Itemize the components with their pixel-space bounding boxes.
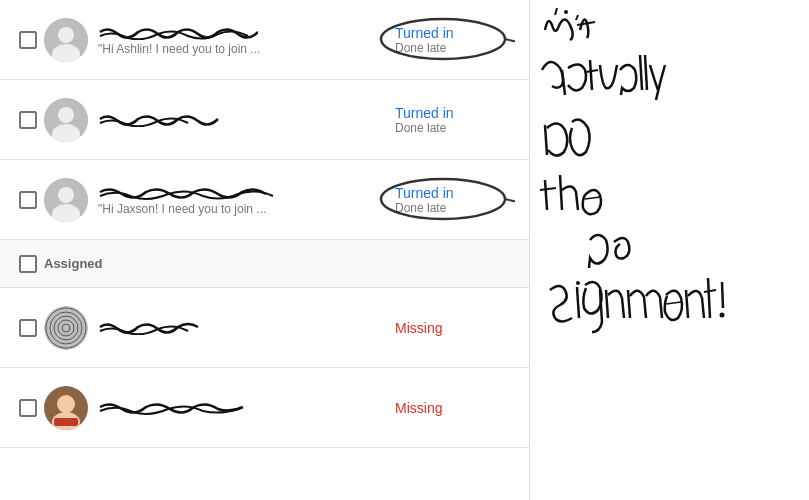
- status-area-m1: Missing: [387, 320, 517, 336]
- annotation-section: [530, 0, 809, 500]
- name-scribble-m1: [98, 319, 238, 335]
- assigned-label: Assigned: [44, 256, 103, 271]
- svg-line-13: [505, 199, 515, 205]
- status-done-late-3: Done late: [395, 201, 446, 215]
- avatar-3: [44, 178, 88, 222]
- checkbox-area-m1: [12, 319, 44, 337]
- student-info-m2: [98, 399, 387, 417]
- avatar-missing-2: [44, 386, 88, 430]
- status-missing-1: Missing: [395, 320, 442, 336]
- name-scribble-2: [98, 111, 258, 127]
- checkbox-area-2: [12, 111, 44, 129]
- handwriting-svg: [530, 0, 809, 500]
- avatar-2: [44, 98, 88, 142]
- checkbox-area-1: [12, 31, 44, 49]
- status-turned-in-2: Turned in: [395, 105, 454, 121]
- svg-line-4: [505, 39, 515, 45]
- avatar-pattern-svg: [44, 306, 88, 350]
- svg-point-25: [564, 10, 568, 14]
- avatar-photo-svg: [44, 386, 88, 430]
- svg-rect-24: [54, 418, 78, 426]
- status-done-late-1: Done late: [395, 41, 446, 55]
- checkbox-area-3: [12, 191, 44, 209]
- svg-point-1: [58, 27, 74, 43]
- status-missing-2: Missing: [395, 400, 442, 416]
- checkbox-m1[interactable]: [19, 319, 37, 337]
- student-row-3: "Hi Jaxson! I need you to join ... Turne…: [0, 160, 529, 240]
- status-area-m2: Missing: [387, 400, 517, 416]
- avatar-1: [44, 18, 88, 62]
- assigned-header-row: Assigned: [0, 240, 529, 288]
- student-preview-3: "Hi Jaxson! I need you to join ...: [98, 202, 387, 216]
- student-info-2: [98, 111, 387, 129]
- status-done-late-2: Done late: [395, 121, 446, 135]
- status-turned-in-1: Turned in: [395, 25, 454, 41]
- student-info-3: "Hi Jaxson! I need you to join ...: [98, 184, 387, 216]
- checkbox-m2[interactable]: [19, 399, 37, 417]
- name-scribble-3: [98, 184, 278, 200]
- name-scribble-1: [98, 24, 258, 40]
- svg-point-7: [58, 107, 74, 123]
- svg-point-22: [57, 395, 75, 413]
- checkbox-2[interactable]: [19, 111, 37, 129]
- svg-point-15: [44, 306, 88, 350]
- status-turned-in-3: Turned in: [395, 185, 454, 201]
- student-info-1: "Hi Ashlin! I need you to join ...: [98, 24, 387, 56]
- main-container: "Hi Ashlin! I need you to join ... Turne…: [0, 0, 809, 500]
- svg-point-10: [58, 187, 74, 203]
- checkbox-area-m2: [12, 399, 44, 417]
- svg-point-26: [576, 281, 580, 285]
- student-row-2: Turned in Done late: [0, 80, 529, 160]
- avatar-missing-1: [44, 306, 88, 350]
- status-area-3: Turned in Done late: [387, 185, 517, 215]
- svg-point-27: [720, 313, 725, 318]
- student-preview-1: "Hi Ashlin! I need you to join ...: [98, 42, 387, 56]
- student-list: "Hi Ashlin! I need you to join ... Turne…: [0, 0, 530, 500]
- name-scribble-m2: [98, 399, 253, 415]
- status-area-2: Turned in Done late: [387, 105, 517, 135]
- missing-row-1: Missing: [0, 288, 529, 368]
- checkbox-area-assigned: [12, 255, 44, 273]
- checkbox-assigned[interactable]: [19, 255, 37, 273]
- status-area-1: Turned in Done late: [387, 25, 517, 55]
- student-info-m1: [98, 319, 387, 337]
- checkbox-3[interactable]: [19, 191, 37, 209]
- missing-row-2: Missing: [0, 368, 529, 448]
- student-row-1: "Hi Ashlin! I need you to join ... Turne…: [0, 0, 529, 80]
- checkbox-1[interactable]: [19, 31, 37, 49]
